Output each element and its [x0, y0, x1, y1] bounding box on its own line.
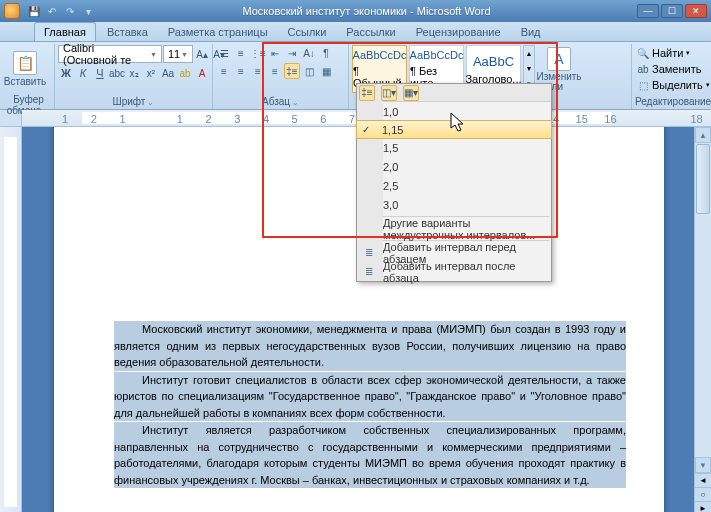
tab-pagelayout[interactable]: Разметка страницы: [159, 23, 277, 41]
replace-button[interactable]: abЗаменить: [635, 61, 710, 77]
align-left-button[interactable]: ≡: [216, 63, 232, 79]
space-after-icon: ≣: [362, 265, 376, 279]
spacing-2-0[interactable]: 2,0: [357, 157, 551, 176]
superscript-button[interactable]: x²: [143, 65, 159, 81]
group-editing: 🔍Найти▾ abЗаменить ⬚Выделить▾ Редактиров…: [632, 44, 708, 109]
scroll-up-icon[interactable]: ▲: [695, 127, 711, 143]
change-styles-icon: A: [547, 47, 571, 71]
tab-review[interactable]: Рецензирование: [407, 23, 510, 41]
numbering-button[interactable]: ≡: [233, 45, 249, 61]
browse-object-icon[interactable]: ○: [695, 487, 711, 501]
vertical-ruler[interactable]: [0, 127, 22, 512]
tab-insert[interactable]: Вставка: [98, 23, 157, 41]
grow-font-icon[interactable]: A▴: [194, 46, 210, 62]
group-paragraph: ☰ ≡ ⋮≡ ⇤ ⇥ A↓ ¶ ≡ ≡ ≡ ≡ ‡≡ ◫ ▦: [213, 44, 349, 109]
line-spacing-icon[interactable]: ‡≡: [359, 85, 375, 101]
align-justify-button[interactable]: ≡: [267, 63, 283, 79]
next-page-icon[interactable]: ►: [695, 501, 711, 512]
close-button[interactable]: ✕: [685, 4, 707, 18]
titlebar: 💾 ↶ ↷ ▾ Московский институт экономики - …: [0, 0, 711, 22]
spacing-2-5[interactable]: 2,5: [357, 176, 551, 195]
shading-button[interactable]: ◫: [301, 63, 317, 79]
align-right-button[interactable]: ≡: [250, 63, 266, 79]
select-button[interactable]: ⬚Выделить▾: [635, 77, 710, 93]
scroll-down-icon[interactable]: ▼: [695, 457, 711, 473]
qat-dropdown-icon[interactable]: ▾: [80, 3, 96, 19]
strike-button[interactable]: abc: [109, 65, 125, 81]
paste-icon: 📋: [13, 51, 37, 75]
find-button[interactable]: 🔍Найти▾: [635, 45, 710, 61]
font-name-combo[interactable]: Calibri (Основной те▼: [58, 45, 162, 63]
underline-button[interactable]: Ч: [92, 65, 108, 81]
office-button[interactable]: [4, 3, 20, 19]
tab-home[interactable]: Главная: [34, 22, 96, 41]
indent-decrease-button[interactable]: ⇤: [267, 45, 283, 61]
quick-access-toolbar: 💾 ↶ ↷ ▾: [26, 3, 96, 19]
borders-button[interactable]: ▦: [318, 63, 334, 79]
save-icon[interactable]: 💾: [26, 3, 42, 19]
spacing-1-15[interactable]: ✓1,15: [356, 120, 552, 139]
find-icon: 🔍: [635, 45, 651, 61]
multilevel-button[interactable]: ⋮≡: [250, 45, 266, 61]
highlight-button[interactable]: ab: [177, 65, 193, 81]
borders-icon[interactable]: ▦▾: [403, 85, 419, 101]
show-marks-button[interactable]: ¶: [318, 45, 334, 61]
tab-mailings[interactable]: Рассылки: [337, 23, 404, 41]
tab-view[interactable]: Вид: [512, 23, 550, 41]
add-space-after[interactable]: ≣Добавить интервал после абзаца: [357, 262, 551, 281]
indent-increase-button[interactable]: ⇥: [284, 45, 300, 61]
prev-page-icon[interactable]: ◄: [695, 473, 711, 487]
paste-button[interactable]: 📋 Вставить: [6, 45, 44, 93]
vertical-scrollbar[interactable]: ▲ ▼ ◄ ○ ►: [694, 127, 711, 512]
scroll-thumb[interactable]: [696, 144, 710, 214]
spacing-options[interactable]: Другие варианты междустрочных интервалов…: [357, 219, 551, 238]
spacing-3-0[interactable]: 3,0: [357, 195, 551, 214]
group-font: Calibri (Основной те▼ 11▼ A▴ A▾ Ж К Ч ab…: [55, 44, 213, 109]
replace-icon: ab: [635, 61, 651, 77]
minimize-button[interactable]: —: [637, 4, 659, 18]
check-icon: ✓: [362, 124, 370, 135]
change-case-button[interactable]: Aa: [160, 65, 176, 81]
select-icon: ⬚: [635, 77, 651, 93]
undo-icon[interactable]: ↶: [44, 3, 60, 19]
bold-button[interactable]: Ж: [58, 65, 74, 81]
maximize-button[interactable]: ☐: [661, 4, 683, 18]
line-spacing-button[interactable]: ‡≡: [284, 63, 300, 79]
spacing-1-5[interactable]: 1,5: [357, 138, 551, 157]
window-title: Московский институт экономики - Microsof…: [96, 5, 637, 17]
ribbon-tabs: Главная Вставка Разметка страницы Ссылки…: [0, 22, 711, 42]
line-spacing-dropdown: ‡≡ ◫▾ ▦▾ 1,0 ✓1,15 1,5 2,0 2,5 3,0 Други…: [356, 83, 552, 282]
font-size-combo[interactable]: 11▼: [163, 45, 193, 63]
redo-icon[interactable]: ↷: [62, 3, 78, 19]
subscript-button[interactable]: x₂: [126, 65, 142, 81]
font-color-button[interactable]: A: [194, 65, 210, 81]
align-center-button[interactable]: ≡: [233, 63, 249, 79]
sort-button[interactable]: A↓: [301, 45, 317, 61]
spacing-1-0[interactable]: 1,0: [357, 102, 551, 121]
italic-button[interactable]: К: [75, 65, 91, 81]
tab-references[interactable]: Ссылки: [279, 23, 336, 41]
space-before-icon: ≣: [362, 246, 376, 260]
shading-icon[interactable]: ◫▾: [381, 85, 397, 101]
bullets-button[interactable]: ☰: [216, 45, 232, 61]
group-clipboard: 📋 Вставить Буфер обмена: [3, 44, 55, 109]
